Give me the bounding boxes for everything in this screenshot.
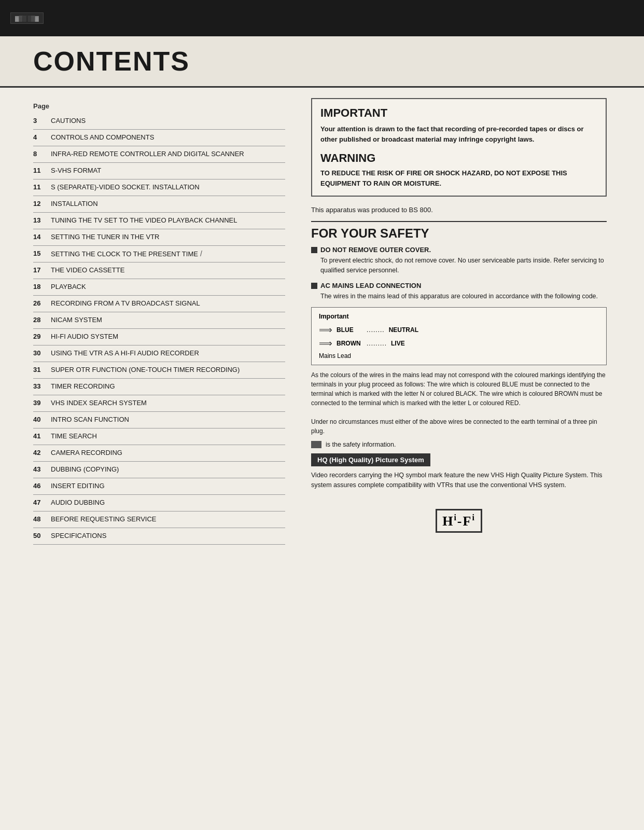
toc-title: CONTROLS AND COMPONENTS xyxy=(51,133,285,142)
toc-title: BEFORE REQUESTING SERVICE xyxy=(51,515,285,524)
toc-title: SETTING THE TUNER IN THE VTR xyxy=(51,232,285,242)
toc-entry: 33TIMER RECORDING xyxy=(33,379,285,395)
toc-title: INTRO SCAN FUNCTION xyxy=(51,415,285,424)
toc-entry: 15SETTING THE CLOCK TO THE PRESENT TIME/ xyxy=(33,246,285,262)
page-column-label: Page xyxy=(33,102,285,110)
toc-title: INSERT EDITING xyxy=(51,481,285,491)
safety-item-2-heading: AC MAINS LEAD CONNECTION xyxy=(311,282,607,289)
wiring-box-title: Important xyxy=(319,313,599,320)
toc-entry: 11S (SEPARATE)-VIDEO SOCKET. INSTALLATIO… xyxy=(33,179,285,196)
important-box: IMPORTANT Your attention is drawn to the… xyxy=(311,98,607,197)
toc-page-num: 46 xyxy=(33,481,51,490)
toc-entry: 47AUDIO DUBBING xyxy=(33,495,285,511)
toc-entry: 46INSERT EDITING xyxy=(33,478,285,495)
toc-page-num: 8 xyxy=(33,149,51,158)
toc-entry: 43DUBBING (COPYING) xyxy=(33,462,285,478)
toc-entry: 17THE VIDEO CASSETTE xyxy=(33,262,285,279)
toc-title: USING THE VTR AS A HI-FI AUDIO RECORDER xyxy=(51,349,285,358)
toc-entry: 11S-VHS FORMAT xyxy=(33,163,285,179)
toc-page-num: 26 xyxy=(33,299,51,307)
toc-entry: 4CONTROLS AND COMPONENTS xyxy=(33,130,285,146)
important-text-strong: Your attention is drawn to the fact that… xyxy=(320,125,584,143)
toc-slash-note: / xyxy=(200,250,202,258)
toc-entry: 3CAUTIONS xyxy=(33,113,285,130)
toc-entry: 8INFRA-RED REMOTE CONTROLLER AND DIGITAL… xyxy=(33,146,285,163)
page-title: CONTENTS xyxy=(33,46,611,77)
toc-column: Page 3CAUTIONS4CONTROLS AND COMPONENTS8I… xyxy=(0,93,301,555)
wiring-row-blue: ⟹ BLUE ........ NEUTRAL xyxy=(319,324,599,336)
toc-entry: 18PLAYBACK xyxy=(33,279,285,296)
toc-entry: 14SETTING THE TUNER IN THE VTR xyxy=(33,229,285,246)
apparatus-text: This apparatus was produced to BS 800. xyxy=(311,206,607,214)
toc-page-num: 39 xyxy=(33,398,51,407)
toc-page-num: 30 xyxy=(33,349,51,357)
wire-blue-value: NEUTRAL xyxy=(389,326,418,334)
toc-page-num: 11 xyxy=(33,183,51,191)
toc-title: TIME SEARCH xyxy=(51,432,285,441)
safety-item-2: AC MAINS LEAD CONNECTION The wires in th… xyxy=(311,282,607,301)
important-heading: IMPORTANT xyxy=(320,106,597,120)
wire-brown-label: BROWN xyxy=(337,340,362,347)
safety-item-1: DO NOT REMOVE OUTER COVER. To prevent el… xyxy=(311,246,607,275)
toc-page-num: 14 xyxy=(33,232,51,241)
wire-symbol-brown: ⟹ xyxy=(319,338,332,349)
wire-brown-value: LIVE xyxy=(391,340,405,347)
toc-page-num: 47 xyxy=(33,498,51,506)
toc-title: SETTING THE CLOCK TO THE PRESENT TIME/ xyxy=(51,249,285,259)
safety-item-1-heading: DO NOT REMOVE OUTER COVER. xyxy=(311,246,607,254)
safety-info-text: is the safety information. xyxy=(326,441,396,448)
toc-title: VHS INDEX SEARCH SYSTEM xyxy=(51,398,285,408)
contents-title-box: CONTENTS xyxy=(0,36,644,88)
hifi-logo-container: Hi-Fi xyxy=(311,499,607,533)
toc-entry: 28NICAM SYSTEM xyxy=(33,312,285,329)
mains-lead-label: Mains Lead xyxy=(319,352,599,359)
toc-page-num: 43 xyxy=(33,465,51,473)
toc-page-num: 4 xyxy=(33,133,51,141)
toc-title: INSTALLATION xyxy=(51,199,285,209)
toc-title: S-VHS FORMAT xyxy=(51,166,285,175)
warning-text: TO REDUCE THE RISK OF FIRE OR SHOCK HAZA… xyxy=(320,168,597,188)
toc-page-num: 13 xyxy=(33,216,51,224)
toc-title: CAUTIONS xyxy=(51,116,285,126)
toc-title: INFRA-RED REMOTE CONTROLLER AND DIGITAL … xyxy=(51,149,285,159)
toc-entry: 41TIME SEARCH xyxy=(33,428,285,445)
toc-list: 3CAUTIONS4CONTROLS AND COMPONENTS8INFRA-… xyxy=(33,113,285,545)
toc-title: DUBBING (COPYING) xyxy=(51,465,285,474)
wiring-row-brown: ⟹ BROWN ......... LIVE xyxy=(319,338,599,349)
hq-badge: HQ (High Quality) Picture System xyxy=(311,453,430,466)
toc-title: S (SEPARATE)-VIDEO SOCKET. INSTALLATION xyxy=(51,183,285,192)
toc-page-num: 17 xyxy=(33,266,51,274)
wire-blue-dots: ........ xyxy=(367,326,385,334)
warning-heading: WARNING xyxy=(320,151,597,165)
toc-title: CAMERA RECORDING xyxy=(51,448,285,458)
toc-page-num: 33 xyxy=(33,382,51,390)
safety-info-line: is the safety information. xyxy=(311,441,607,448)
hq-text: Video recorders carrying the HQ symbol m… xyxy=(311,471,607,490)
important-text: Your attention is drawn to the fact that… xyxy=(320,124,597,144)
toc-page-num: 12 xyxy=(33,199,51,208)
toc-page-num: 42 xyxy=(33,448,51,457)
toc-entry: 39VHS INDEX SEARCH SYSTEM xyxy=(33,395,285,412)
toc-entry: 29HI-FI AUDIO SYSTEM xyxy=(33,329,285,345)
for-your-safety-heading: FOR YOUR SAFETY xyxy=(311,221,607,241)
hifi-logo: Hi-Fi xyxy=(436,509,482,533)
right-column: IMPORTANT Your attention is drawn to the… xyxy=(301,93,622,555)
toc-title: AUDIO DUBBING xyxy=(51,498,285,507)
toc-page-num: 28 xyxy=(33,315,51,324)
main-layout: Page 3CAUTIONS4CONTROLS AND COMPONENTS8I… xyxy=(0,88,644,555)
toc-page-num: 31 xyxy=(33,365,51,374)
toc-page-num: 50 xyxy=(33,531,51,540)
header-bar: ▓▒░ ░▒▓ xyxy=(0,0,644,36)
toc-entry: 40INTRO SCAN FUNCTION xyxy=(33,412,285,428)
safety-info-icon xyxy=(311,441,321,448)
wire-blue-label: BLUE xyxy=(337,326,362,334)
safety-bullet-1 xyxy=(311,247,317,253)
wire-brown-dots: ......... xyxy=(367,340,387,347)
toc-title: TUNING THE TV SET TO THE VIDEO PLAYBACK … xyxy=(51,216,285,225)
toc-title: NICAM SYSTEM xyxy=(51,315,285,325)
toc-title: PLAYBACK xyxy=(51,282,285,292)
wiring-box: Important ⟹ BLUE ........ NEUTRAL ⟹ BROW… xyxy=(311,307,607,365)
toc-title: THE VIDEO CASSETTE xyxy=(51,266,285,275)
toc-title: SPECIFICATIONS xyxy=(51,531,285,541)
wire-symbol-blue: ⟹ xyxy=(319,324,332,336)
